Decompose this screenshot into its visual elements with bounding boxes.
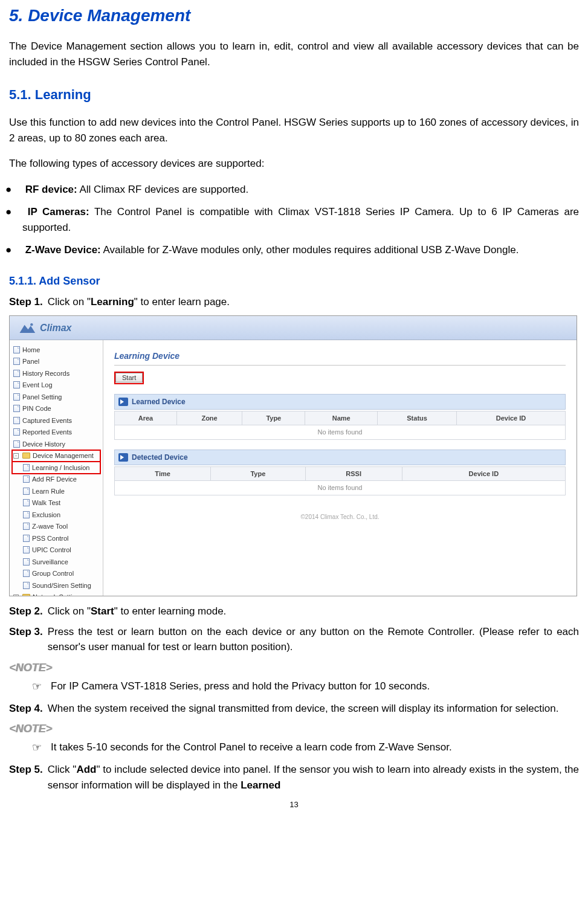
nav-history[interactable]: History Records <box>12 367 100 379</box>
step2-start: Start <box>91 605 114 617</box>
bullet-ip-text: The Control Panel is compatible with Cli… <box>22 206 579 233</box>
nav-group-label: Group Control <box>32 569 74 579</box>
nav-upic-label: UPIC Control <box>32 545 71 555</box>
expand-icon[interactable]: + <box>13 595 19 596</box>
nav-device-history[interactable]: Device History <box>12 438 100 450</box>
step1-body: Click on "Learning" to enter learn page. <box>48 294 579 310</box>
nav-exclusion[interactable]: Exclusion <box>12 509 100 521</box>
step2-label: Step 2. <box>9 604 43 619</box>
nav-captured-label: Captured Events <box>22 416 72 426</box>
start-button[interactable]: Start <box>115 373 143 382</box>
col-type: Type <box>242 411 305 425</box>
page-icon <box>13 405 20 412</box>
pointer-icon: ☞ <box>32 740 42 756</box>
svg-point-0 <box>30 323 33 325</box>
nav-psetting-label: Panel Setting <box>22 392 62 402</box>
nav-sound-siren[interactable]: Sound/Siren Setting <box>12 579 100 592</box>
empty-message: No items found <box>115 481 566 495</box>
ui-main-pane: Learning Device Start Learned Device Are… <box>103 340 577 596</box>
page-icon <box>13 381 20 388</box>
step5-body: Click "Add" to include selected device i… <box>48 762 579 793</box>
nav-panel[interactable]: Panel <box>12 356 100 368</box>
step1-learning: Learning <box>91 296 134 308</box>
bullet-zwave: Z-Wave Device: Available for Z-Wave modu… <box>22 242 579 258</box>
nav-event-label: Event Log <box>22 380 53 390</box>
bullet-ip-cameras: IP Cameras: The Control Panel is compati… <box>22 204 579 235</box>
expand-icon[interactable]: - <box>13 453 19 459</box>
page-icon <box>23 570 30 577</box>
step2-text-c: " to enter learning mode. <box>114 605 227 617</box>
learned-device-bar: Learned Device <box>114 394 566 410</box>
heading-device-management: 5. Device Management <box>9 3 579 28</box>
page-icon <box>23 558 30 566</box>
page-icon <box>23 582 30 589</box>
nav-addrf-label: Add RF Device <box>32 474 77 485</box>
ui-screenshot: Climax Home Panel History Records Event … <box>9 315 577 596</box>
page-number: 13 <box>9 799 579 811</box>
arrow-icon <box>118 398 128 406</box>
nav-add-rf-device[interactable]: Add RF Device <box>12 474 100 486</box>
ui-logo: Climax <box>18 321 71 335</box>
nav-walk-label: Walk Test <box>32 498 60 508</box>
nav-pss-label: PSS Control <box>32 534 69 544</box>
step5-learned: Learned <box>241 779 280 791</box>
ui-nav-tree: Home Panel History Records Event Log Pan… <box>10 340 103 596</box>
note-tag: <NOTE> <box>9 721 579 737</box>
nav-net-label: Network Setting <box>33 592 80 596</box>
nav-sound-label: Sound/Siren Setting <box>32 581 91 591</box>
col-area: Area <box>115 411 177 425</box>
page-icon <box>23 523 30 530</box>
col-type: Type <box>211 466 305 481</box>
col-zone: Zone <box>176 411 242 425</box>
nav-learn-rule[interactable]: Learn Rule <box>12 485 100 497</box>
step3-label: Step 3. <box>9 624 43 655</box>
climax-logo-icon <box>18 321 36 335</box>
start-button-highlight: Start <box>114 372 144 384</box>
page-icon <box>13 346 20 353</box>
nav-pss-control[interactable]: PSS Control <box>12 532 100 544</box>
ui-header: Climax <box>10 316 577 340</box>
nav-surveillance[interactable]: Surveillance <box>12 556 100 568</box>
nav-reported-label: Reported Events <box>22 427 72 437</box>
nav-device-management[interactable]: -Device Management <box>12 450 100 462</box>
step3-body: Press the test or learn button on the ea… <box>48 624 579 655</box>
page-icon <box>13 393 20 401</box>
types-lead: The following types of accessory devices… <box>9 156 579 172</box>
bullet-rf-text: All Climax RF devices are supported. <box>77 184 248 195</box>
nav-learning-inclusion[interactable]: Learning / Inclusion <box>12 462 100 474</box>
nav-pin-code[interactable]: PIN Code <box>12 403 100 415</box>
nav-home[interactable]: Home <box>12 344 100 356</box>
page-icon <box>23 476 30 483</box>
note-tag: <NOTE> <box>9 660 579 676</box>
nav-walk-test[interactable]: Walk Test <box>12 497 100 509</box>
nav-reported-events[interactable]: Reported Events <box>12 427 100 439</box>
learning-intro: Use this function to add new devices int… <box>9 115 579 146</box>
nav-panel-setting[interactable]: Panel Setting <box>12 391 100 403</box>
heading-add-sensor: 5.1.1. Add Sensor <box>9 273 579 289</box>
nav-upic-control[interactable]: UPIC Control <box>12 544 100 556</box>
nav-history-label: History Records <box>22 369 69 379</box>
page-icon <box>23 488 30 495</box>
nav-zwave-tool[interactable]: Z-wave Tool <box>12 521 100 533</box>
detected-device-bar: Detected Device <box>114 450 566 465</box>
nav-network-setting[interactable]: +Network Setting <box>12 592 100 597</box>
page-icon <box>13 417 20 424</box>
page-icon <box>23 546 30 553</box>
arrow-icon <box>118 453 128 462</box>
nav-learning-label: Learning / Inclusion <box>32 463 89 473</box>
col-device-id: Device ID <box>402 466 565 481</box>
intro-paragraph: The Device Management section allows you… <box>9 39 579 69</box>
nav-pin-label: PIN Code <box>22 404 51 414</box>
nav-group-control[interactable]: Group Control <box>12 568 100 580</box>
note1-text: For IP Camera VST-1818 Series, press and… <box>51 679 430 695</box>
ui-page-title: Learning Device <box>114 350 566 366</box>
step2-text-a: Click on " <box>48 605 91 617</box>
learned-bar-label: Learned Device <box>132 396 186 407</box>
col-rssi: RSSI <box>305 466 402 481</box>
nav-event-log[interactable]: Event Log <box>12 379 100 392</box>
empty-message: No items found <box>115 425 566 440</box>
nav-captured-events[interactable]: Captured Events <box>12 414 100 427</box>
detected-bar-label: Detected Device <box>132 452 188 463</box>
table-row: Time Type RSSI Device ID <box>115 466 566 481</box>
nav-home-label: Home <box>22 345 40 355</box>
